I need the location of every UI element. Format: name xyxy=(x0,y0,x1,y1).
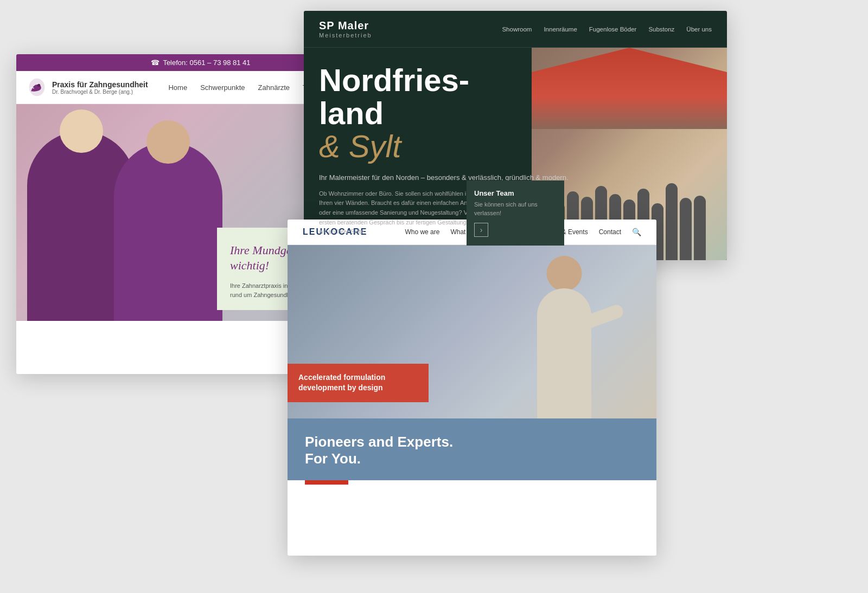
maler-card: SP Maler Meisterbetrieb Showroom Innenrä… xyxy=(304,11,727,260)
maler-hero-content: Nordfries- land & Sylt Ihr Malermeister … xyxy=(304,48,727,260)
nav-schwerpunkte[interactable]: Schwerpunkte xyxy=(200,83,245,92)
practice-subtitle: Dr. Brachvogel & Dr. Berge (ang.) xyxy=(52,89,148,95)
maler-big-title: Nordfries- land & Sylt xyxy=(319,64,712,163)
zahnarzt-logo: Praxis für Zahngesundheit Dr. Brachvogel… xyxy=(27,78,168,97)
phone-text: Telefon: 0561 – 73 98 81 41 xyxy=(163,59,250,67)
leukocare-orange-banner: Accelerated formulation development by d… xyxy=(288,364,429,402)
lab-person-head xyxy=(547,256,582,291)
maler-brand: SP Maler xyxy=(319,20,502,32)
team-arrow-button[interactable]: › xyxy=(474,223,488,237)
nav-fugenlose[interactable]: Fugenlose Böder xyxy=(589,26,637,33)
phone-icon: ☎ xyxy=(151,59,159,67)
zahnarzt-logo-text: Praxis für Zahngesundheit Dr. Brachvogel… xyxy=(52,80,148,95)
leukocare-blue-section: Pioneers and Experts.For You. xyxy=(288,418,656,480)
maler-logo: SP Maler Meisterbetrieb xyxy=(319,20,502,38)
leukocare-hero: Accelerated formulation development by d… xyxy=(288,245,656,418)
leukocare-card: LEUKOCARE Who we are What we do Work wit… xyxy=(288,220,656,556)
nav-ueber[interactable]: Über uns xyxy=(686,26,712,33)
orange-banner-text: Accelerated formulation development by d… xyxy=(298,372,418,394)
team-card-title: Unser Team xyxy=(474,189,557,197)
maler-title-line1: Nordfries- xyxy=(319,62,469,98)
nav-home[interactable]: Home xyxy=(168,83,187,92)
svg-point-1 xyxy=(37,84,40,87)
maler-body: Ob Wohnzimmer oder Büro. Sie sollen sich… xyxy=(319,189,482,237)
maler-menu: Showroom Innenräume Fugenlose Böder Subs… xyxy=(502,26,712,33)
practice-name: Praxis für Zahngesundheit xyxy=(52,80,148,89)
nav-zahnaerzte[interactable]: Zahnärzte xyxy=(258,83,290,92)
team-card-body: Sie können sich auf uns verlassen! xyxy=(474,201,557,217)
lab-person-body xyxy=(537,288,591,418)
leukocare-red-bar xyxy=(305,480,348,485)
pioneers-text: Pioneers and Experts.For You. xyxy=(305,434,639,467)
nav-substonz[interactable]: Substonz xyxy=(648,26,674,33)
maler-team-card: Unser Team Sie können sich auf uns verla… xyxy=(467,181,564,246)
maler-sub: Meisterbetrieb xyxy=(319,32,502,38)
maler-title-gold: & Sylt xyxy=(319,128,401,164)
nav-innenraeume[interactable]: Innenräume xyxy=(544,26,577,33)
doctor-2-silhouette xyxy=(114,142,222,321)
lab-person-silhouette xyxy=(505,256,624,418)
maler-navbar: SP Maler Meisterbetrieb Showroom Innenrä… xyxy=(304,11,727,48)
nav-showroom[interactable]: Showroom xyxy=(502,26,532,33)
bird-logo-icon xyxy=(27,78,47,97)
maler-title-line2: land xyxy=(319,95,384,131)
